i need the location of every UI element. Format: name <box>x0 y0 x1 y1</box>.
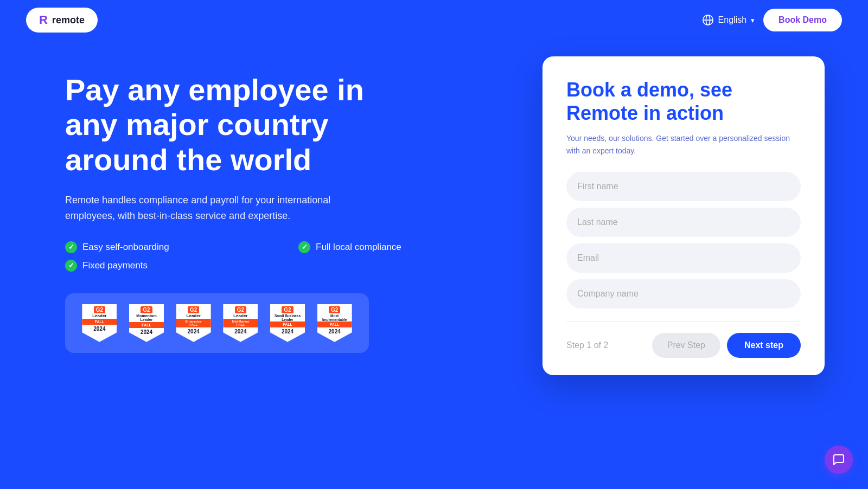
logo-r-icon: R <box>39 13 48 27</box>
badge-leader-enterprise: G2 Leader EnterpriseFALL 2024 <box>174 304 213 342</box>
right-section: Book a demo, see Remote in action Your n… <box>542 56 825 375</box>
book-demo-button[interactable]: Book Demo <box>763 9 842 31</box>
hero-title: Pay any employee in any major country ar… <box>65 73 391 177</box>
hero-subtitle: Remote handles compliance and payroll fo… <box>65 192 336 224</box>
form-card: Book a demo, see Remote in action Your n… <box>542 56 825 375</box>
check-icon <box>65 241 77 253</box>
feature-item: Fixed payments <box>65 260 277 272</box>
chat-icon <box>832 453 845 466</box>
last-name-input[interactable] <box>566 208 801 237</box>
language-selector[interactable]: English ▾ <box>702 14 755 26</box>
check-icon <box>65 260 77 272</box>
badge-season: Mid-MarketFALL <box>223 319 258 327</box>
feature-item: Easy self-onboarding <box>65 241 277 253</box>
language-label: English <box>718 15 746 25</box>
g2-logo: G2 <box>141 306 152 313</box>
email-input[interactable] <box>566 243 801 273</box>
header: R remote English ▾ Book Demo <box>0 0 868 40</box>
g2-logo: G2 <box>188 306 199 313</box>
badge-leader-smallbiz: G2 Small BusinessLeader FALL 2024 <box>269 304 307 342</box>
g2-logo: G2 <box>329 306 340 313</box>
badges-container: G2 Leader FALL 2024 G2 MomentumLeader FA… <box>65 293 369 353</box>
check-icon <box>298 241 310 253</box>
chevron-down-icon: ▾ <box>751 16 755 24</box>
badge-momentum-leader: G2 MomentumLeader FALL 2024 <box>127 304 166 342</box>
main-content: Pay any employee in any major country ar… <box>0 40 868 375</box>
feature-label: Easy self-onboarding <box>82 242 169 253</box>
form-title: Book a demo, see Remote in action <box>566 78 801 125</box>
badge-title: Leader <box>187 314 201 319</box>
footer-buttons: Prev Step Next step <box>652 333 801 358</box>
globe-icon <box>702 14 714 26</box>
feature-label: Full local compliance <box>316 242 401 253</box>
badge-year: 2024 <box>282 329 293 334</box>
badge-most-implementable: G2 MostImplementable FALL 2024 <box>315 304 354 342</box>
badge-year: 2024 <box>329 329 341 334</box>
header-right: English ▾ Book Demo <box>702 9 842 31</box>
form-footer: Step 1 of 2 Prev Step Next step <box>566 321 801 358</box>
prev-step-button[interactable]: Prev Step <box>652 333 720 358</box>
feature-item: Full local compliance <box>298 241 510 253</box>
form-subtitle: Your needs, our solutions. Get started o… <box>566 132 801 157</box>
badge-title: MomentumLeader <box>136 314 156 322</box>
chat-button[interactable] <box>825 446 853 474</box>
features-list: Easy self-onboarding Full local complian… <box>65 241 510 272</box>
badge-season: FALL <box>317 321 352 327</box>
logo[interactable]: R remote <box>26 8 98 33</box>
feature-label: Fixed payments <box>82 260 148 271</box>
badge-title: Leader <box>92 314 106 319</box>
badge-title: MostImplementable <box>322 314 347 321</box>
badge-leader-fall: G2 Leader FALL 2024 <box>80 304 119 342</box>
badge-year: 2024 <box>234 329 246 334</box>
badge-year: 2024 <box>141 329 152 335</box>
badge-season: FALL <box>270 321 305 327</box>
badge-year: 2024 <box>188 329 200 334</box>
badge-season: EnterpriseFALL <box>176 319 211 327</box>
company-name-input[interactable] <box>566 279 801 308</box>
g2-logo: G2 <box>235 306 246 313</box>
g2-logo: G2 <box>94 306 105 313</box>
badge-leader-midmarket: G2 Leader Mid-MarketFALL 2024 <box>221 304 260 342</box>
next-step-button[interactable]: Next step <box>727 333 801 358</box>
badge-season: FALL <box>129 322 164 328</box>
badge-year: 2024 <box>93 326 105 332</box>
g2-logo: G2 <box>282 306 293 313</box>
step-indicator: Step 1 of 2 <box>566 340 608 350</box>
first-name-input[interactable] <box>566 172 801 201</box>
badge-title: Leader <box>233 314 247 319</box>
form-fields <box>566 172 801 308</box>
left-section: Pay any employee in any major country ar… <box>65 56 510 353</box>
badge-title: Small BusinessLeader <box>275 314 301 321</box>
logo-text: remote <box>52 15 85 26</box>
badge-season: FALL <box>82 319 117 325</box>
